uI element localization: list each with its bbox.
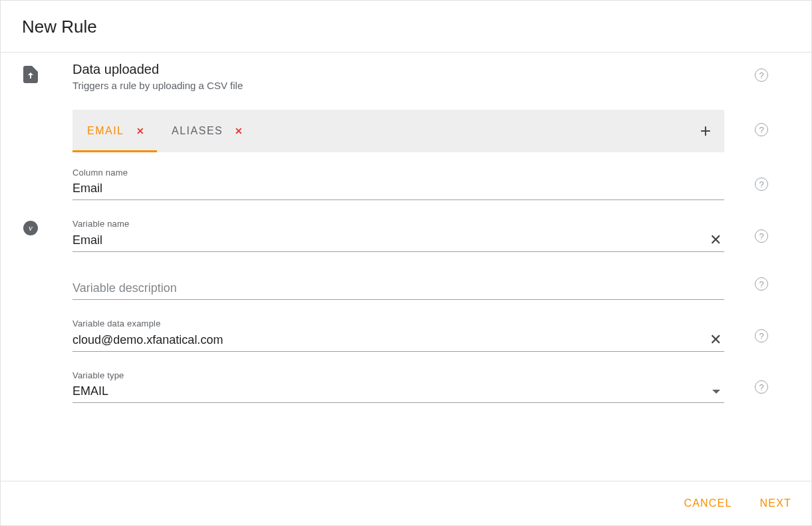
section-header-row: Data uploaded Triggers a rule by uploadi… <box>1 62 811 91</box>
field-row-column-name: Column name ? <box>1 152 811 200</box>
section-header-main: Data uploaded Triggers a rule by uploadi… <box>72 62 738 91</box>
add-tab-button[interactable]: + <box>687 122 724 140</box>
column-tabs: EMAIL ✕ ALIASES ✕ + <box>72 110 724 152</box>
field-label: Variable data example <box>72 319 724 329</box>
field-main: Variable name ✕ <box>72 200 738 252</box>
tab-label: EMAIL <box>87 125 124 137</box>
file-upload-icon <box>23 66 38 86</box>
field-left-gutter <box>1 355 72 403</box>
dialog-body-scroll[interactable]: Data uploaded Triggers a rule by uploadi… <box>1 53 811 481</box>
tabs-main: EMAIL ✕ ALIASES ✕ + <box>72 91 738 152</box>
help-icon[interactable]: ? <box>755 277 768 291</box>
field-left-gutter <box>1 152 72 200</box>
field-help: ? <box>738 320 785 352</box>
field-main: Variable data example ✕ <box>72 300 738 352</box>
field-variable-type: Variable type EMAIL <box>72 370 724 403</box>
field-row-variable-type: Variable type EMAIL ? <box>1 352 811 403</box>
dialog-header: New Rule <box>1 1 811 53</box>
section-icon-gutter <box>1 62 72 86</box>
dialog-footer: CANCEL NEXT <box>1 481 811 525</box>
field-variable-example: Variable data example ✕ <box>72 319 724 352</box>
dialog-title: New Rule <box>22 17 790 37</box>
field-left-gutter <box>1 304 72 352</box>
field-row-variable-description: ? <box>1 252 811 300</box>
cancel-button[interactable]: CANCEL <box>676 491 740 516</box>
field-variable-name: Variable name ✕ <box>72 219 724 252</box>
tab-label: ALIASES <box>172 125 223 137</box>
field-help: ? <box>738 371 785 403</box>
input-line: ✕ <box>72 330 724 352</box>
section-title: Data uploaded <box>72 62 724 77</box>
help-icon[interactable]: ? <box>755 68 768 82</box>
field-left-gutter: ν <box>1 204 72 252</box>
help-icon[interactable]: ? <box>755 123 768 136</box>
scroll-spacer <box>1 403 811 481</box>
help-icon[interactable]: ? <box>755 229 768 243</box>
help-icon[interactable]: ? <box>755 329 768 342</box>
section-subtitle: Triggers a rule by uploading a CSV file <box>72 80 724 91</box>
field-label: Variable name <box>72 219 724 229</box>
variable-type-value: EMAIL <box>72 384 712 398</box>
field-main: Variable type EMAIL <box>72 352 738 403</box>
new-rule-dialog: New Rule Data uploaded Triggers a rule b… <box>0 0 812 526</box>
variable-name-input[interactable] <box>72 233 707 247</box>
tabs-help-gutter: ? <box>738 91 785 136</box>
variable-description-input[interactable] <box>72 281 724 295</box>
field-help: ? <box>738 220 785 252</box>
close-icon[interactable]: ✕ <box>136 126 146 136</box>
tabs-row: EMAIL ✕ ALIASES ✕ + ? <box>1 91 811 152</box>
field-column-name: Column name <box>72 168 724 200</box>
field-help: ? <box>738 268 785 300</box>
chevron-down-icon[interactable] <box>712 390 720 394</box>
help-icon[interactable]: ? <box>755 380 768 394</box>
field-help: ? <box>738 168 785 200</box>
field-left-gutter <box>1 252 72 300</box>
tabs-left-gutter <box>1 91 72 95</box>
input-line <box>72 179 724 200</box>
clear-icon[interactable]: ✕ <box>707 332 724 347</box>
tab-email[interactable]: EMAIL ✕ <box>72 110 157 152</box>
field-row-variable-name: ν Variable name ✕ ? <box>1 200 811 252</box>
help-icon[interactable]: ? <box>755 178 768 191</box>
column-name-input[interactable] <box>72 182 724 196</box>
field-label: Column name <box>72 168 724 178</box>
input-line: ✕ <box>72 230 724 252</box>
dialog-content: Data uploaded Triggers a rule by uploadi… <box>1 53 811 481</box>
field-main: Column name <box>72 156 738 200</box>
tab-aliases[interactable]: ALIASES ✕ <box>157 110 256 152</box>
field-main <box>72 252 738 300</box>
input-line <box>72 279 724 300</box>
section-help-gutter: ? <box>738 62 785 82</box>
field-row-variable-example: Variable data example ✕ ? <box>1 300 811 352</box>
field-variable-description <box>72 279 724 300</box>
field-label: Variable type <box>72 370 724 380</box>
variable-example-input[interactable] <box>72 333 707 347</box>
variable-icon: ν <box>23 221 38 235</box>
clear-icon[interactable]: ✕ <box>707 233 724 247</box>
close-icon[interactable]: ✕ <box>235 126 244 136</box>
select-line[interactable]: EMAIL <box>72 382 724 403</box>
next-button[interactable]: NEXT <box>752 491 799 516</box>
